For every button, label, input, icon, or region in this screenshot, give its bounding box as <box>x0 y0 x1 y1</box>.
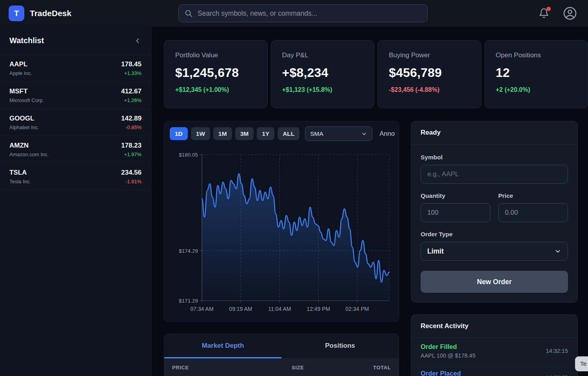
price: 178.23 <box>121 142 142 150</box>
price-chart-card: 1D 1W 1M 3M 1Y ALL SMA Anno $180.05$174.… <box>164 121 399 322</box>
watchlist-row-aapl[interactable]: AAPL Apple Inc. 178.45 +1.33% <box>0 55 151 82</box>
toast-notification[interactable]: Te <box>575 356 588 371</box>
new-order-button[interactable]: New Order <box>421 271 568 293</box>
watchlist-row-tsla[interactable]: TSLA Tesla Inc. 234.56 -1.81% <box>0 163 151 190</box>
activity-status: Order Placed <box>421 370 487 376</box>
stat-value: 12 <box>496 66 577 80</box>
price-chart[interactable]: $180.05$174.29$171.2907:34 AM09:19 AM11:… <box>167 144 396 319</box>
notification-dot <box>546 7 551 11</box>
timeframe-button-1y[interactable]: 1Y <box>257 127 274 140</box>
change: +1.33% <box>121 70 142 76</box>
indicator-value: SMA <box>310 130 323 137</box>
order-entry-panel: Ready Symbol Quantity Price <box>411 121 578 303</box>
company-name: Amazon.com Inc. <box>9 151 49 157</box>
tab-market-depth[interactable]: Market Depth <box>164 334 281 358</box>
change: -0.85% <box>121 124 142 130</box>
stat-card-portfolio-value: Portfolio Value $1,245,678 +$12,345 (+1.… <box>164 40 268 108</box>
symbol: AAPL <box>9 60 32 68</box>
watchlist-sidebar: Watchlist AAPL Apple Inc. 178.45 +1.33% … <box>0 27 151 376</box>
order-type-select[interactable]: Limit <box>421 242 568 261</box>
column-total: TOTAL <box>336 365 391 371</box>
depth-table-header: PRICE SIZE TOTAL <box>164 358 399 376</box>
company-name: Tesla Inc. <box>9 179 31 184</box>
quantity-input[interactable] <box>421 203 490 222</box>
stats-row: Portfolio Value $1,245,678 +$12,345 (+1.… <box>164 40 588 108</box>
svg-text:12:49 PM: 12:49 PM <box>307 306 330 312</box>
search-bar[interactable] <box>178 4 428 22</box>
price: 142.89 <box>121 115 142 122</box>
svg-text:11:04 AM: 11:04 AM <box>268 306 291 312</box>
stat-label: Day P&L <box>282 51 363 59</box>
annotations-label: Anno <box>379 130 395 137</box>
recent-activity-panel: Recent Activity Order Filled AAPL 100 @ … <box>411 314 578 376</box>
activity-time: 14:28:03 <box>546 374 568 376</box>
timeframe-button-all[interactable]: ALL <box>278 127 299 140</box>
change: +1.26% <box>121 97 142 103</box>
company-name: Microsoft Corp. <box>9 97 44 103</box>
svg-text:$174.29: $174.29 <box>179 248 198 254</box>
price: 412.67 <box>121 88 142 95</box>
stat-change: +2 (+20.0%) <box>496 86 577 93</box>
timeframe-button-1w[interactable]: 1W <box>191 127 210 140</box>
symbol: MSFT <box>9 88 44 95</box>
price-input[interactable] <box>498 203 568 222</box>
activity-row-order-filled[interactable]: Order Filled AAPL 100 @ $178.45 14:32:15 <box>411 338 577 365</box>
stat-card-day-pnl: Day P&L +$8,234 +$1,123 (+15.8%) <box>271 40 375 108</box>
company-name: Apple Inc. <box>9 70 32 76</box>
watchlist-row-msft[interactable]: MSFT Microsoft Corp. 412.67 +1.26% <box>0 82 151 109</box>
toast-text: Te <box>580 360 586 367</box>
chart-area-fill <box>202 174 389 301</box>
order-type-value: Limit <box>427 247 444 256</box>
app-logo: T <box>9 5 24 21</box>
main-content: Portfolio Value $1,245,678 +$12,345 (+1.… <box>151 27 588 376</box>
recent-activity-title: Recent Activity <box>421 322 468 330</box>
stat-label: Portfolio Value <box>175 51 256 59</box>
watchlist-title: Watchlist <box>9 36 44 45</box>
tab-positions[interactable]: Positions <box>281 334 399 358</box>
search-icon <box>184 9 193 18</box>
change: +1.97% <box>121 151 142 157</box>
column-price: PRICE <box>172 365 260 371</box>
bottom-tabs: Market Depth Positions <box>164 334 399 358</box>
price: 234.56 <box>121 169 142 177</box>
collapse-sidebar-icon[interactable] <box>134 37 142 45</box>
chart-toolbar: 1D 1W 1M 3M 1Y ALL SMA Anno <box>164 121 399 144</box>
activity-status: Order Filled <box>421 343 475 350</box>
stat-change: +$1,123 (+15.8%) <box>282 86 363 93</box>
activity-detail: AAPL 100 @ $178.45 <box>421 352 475 359</box>
profile-button[interactable] <box>563 6 577 20</box>
svg-text:02:34 PM: 02:34 PM <box>345 306 369 312</box>
timeframe-button-1m[interactable]: 1M <box>213 127 232 140</box>
notifications-button[interactable] <box>539 8 550 19</box>
market-depth-card: Market Depth Positions PRICE SIZE TOTAL <box>164 334 399 376</box>
order-type-label: Order Type <box>421 231 568 238</box>
change: -1.81% <box>121 179 142 184</box>
stat-card-open-positions: Open Positions 12 +2 (+20.0%) <box>485 40 588 108</box>
stat-card-buying-power: Buying Power $456,789 -$23,456 (-4.88%) <box>377 40 481 108</box>
search-input[interactable] <box>198 9 422 18</box>
stat-value: +$8,234 <box>282 66 363 80</box>
activity-time: 14:32:15 <box>546 348 568 354</box>
watchlist-row-amzn[interactable]: AMZN Amazon.com Inc. 178.23 +1.97% <box>0 136 151 163</box>
app-title: TradeDesk <box>30 9 71 18</box>
top-bar: T TradeDesk <box>0 0 588 27</box>
chevron-down-icon <box>361 131 367 137</box>
company-name: Alphabet Inc. <box>9 124 39 130</box>
stat-value: $456,789 <box>389 66 470 80</box>
activity-row-order-placed[interactable]: Order Placed MSFT 50 @ $412.50 Limit 14:… <box>411 365 577 376</box>
svg-text:$180.05: $180.05 <box>179 152 198 158</box>
svg-text:$171.29: $171.29 <box>179 298 198 304</box>
symbol: GOOGL <box>9 115 39 122</box>
watchlist-row-googl[interactable]: GOOGL Alphabet Inc. 142.89 -0.85% <box>0 109 151 136</box>
order-status: Ready <box>421 129 441 136</box>
quantity-label: Quantity <box>421 192 490 199</box>
timeframe-button-1d[interactable]: 1D <box>170 127 188 140</box>
timeframe-button-3m[interactable]: 3M <box>235 127 254 140</box>
symbol: AMZN <box>9 142 49 150</box>
stat-change: -$23,456 (-4.88%) <box>389 86 470 93</box>
avatar-icon <box>563 6 577 20</box>
symbol-input[interactable] <box>421 165 568 184</box>
price: 178.45 <box>121 60 142 68</box>
price-label: Price <box>498 192 568 199</box>
indicator-select[interactable]: SMA <box>305 126 372 141</box>
